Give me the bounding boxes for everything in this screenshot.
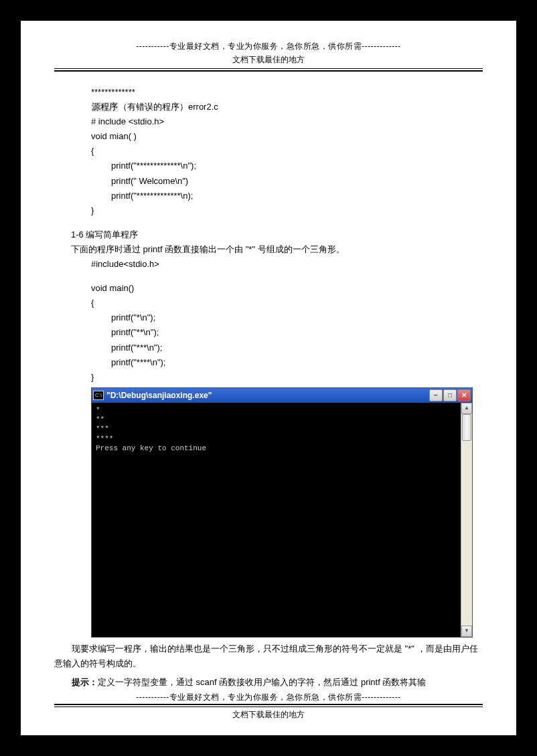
hint-text: 定义一字符型变量，通过 scanf 函数接收用户输入的字符，然后通过 print… (98, 677, 426, 687)
cmd-icon: C:\ (93, 391, 104, 400)
window-buttons: − □ ✕ (429, 389, 471, 401)
document-page: -----------专业最好文档，专业为你服务，急你所急，供你所需------… (20, 20, 517, 736)
scroll-up-arrow[interactable]: ▲ (461, 403, 472, 414)
footer-banner: -----------专业最好文档，专业为你服务，急你所急，供你所需------… (54, 692, 483, 703)
command-window: C:\ "D:\Debug\sanjiaoxing.exe" − □ ✕ * *… (91, 387, 473, 638)
code-line: printf("**\n"); (111, 325, 483, 340)
paragraph-requirement: 现要求编写一程序，输出的结果也是一个三角形，只不过组成三角形的符号不一定就是 "… (54, 642, 483, 671)
section-description: 下面的程序时通过 printf 函数直接输出一个由 "*" 号组成的一个三角形。 (71, 242, 483, 257)
code-line: void main() (91, 281, 483, 296)
maximize-button[interactable]: □ (443, 389, 457, 401)
console-output: * ** *** **** Press any key to continue (92, 403, 461, 637)
divider-line-thick (54, 70, 483, 72)
page-footer: -----------专业最好文档，专业为你服务，急你所急，供你所需------… (54, 692, 483, 722)
label-rest: （有错误的程序）error2.c (119, 102, 218, 112)
code-line: } (91, 203, 483, 218)
code-line: printf("*************\n"); (111, 159, 483, 173)
code-line: printf("*\n"); (111, 310, 483, 325)
code-line: void mian( ) (91, 129, 483, 144)
vertical-scrollbar[interactable]: ▲ ▼ (461, 403, 472, 637)
divider-line (54, 706, 483, 707)
main-content: ************* 源程序（有错误的程序）error2.c # incl… (54, 85, 483, 690)
section-number: 1-6 编写简单程序 (71, 227, 483, 242)
header-banner: -----------专业最好文档，专业为你服务，急你所急，供你所需------… (54, 41, 483, 52)
code-line: { (91, 296, 483, 310)
divider-line-thick (54, 704, 483, 705)
code-label-line: 源程序（有错误的程序）error2.c (91, 100, 483, 114)
console-body: * ** *** **** Press any key to continue … (92, 403, 472, 637)
code-stars: ************* (91, 85, 483, 100)
code-line: # include <stdio.h> (91, 114, 483, 129)
code-line: #include<stdio.h> (91, 257, 483, 272)
close-button[interactable]: ✕ (457, 389, 471, 401)
spacer (54, 272, 483, 281)
code-line: { (91, 144, 483, 159)
window-title: "D:\Debug\sanjiaoxing.exe" (106, 389, 429, 402)
divider-line (54, 68, 483, 69)
para-text: 现要求编写一程序，输出的结果也是一个三角形，只不过组成三角形的符号不一定就是 "… (54, 644, 478, 668)
spacer (54, 218, 483, 227)
footer-subtitle: 文档下载最佳的地方 (54, 709, 483, 722)
code-line: printf("***\n"); (111, 341, 483, 355)
code-line: printf("*************\n); (111, 189, 483, 203)
header-subtitle: 文档下载最佳的地方 (54, 54, 483, 67)
code-line: printf(" Welcome\n") (111, 174, 483, 189)
window-titlebar[interactable]: C:\ "D:\Debug\sanjiaoxing.exe" − □ ✕ (92, 388, 472, 403)
highlighted-label: 源程序 (91, 102, 119, 112)
paragraph-hint: 提示：定义一字符型变量，通过 scanf 函数接收用户输入的字符，然后通过 pr… (54, 675, 483, 690)
hint-label: 提示： (72, 677, 98, 687)
scroll-thumb[interactable] (462, 414, 471, 441)
code-line: printf("****\n"); (111, 355, 483, 370)
minimize-button[interactable]: − (429, 389, 443, 401)
scroll-down-arrow[interactable]: ▼ (461, 626, 472, 637)
code-line: } (91, 370, 483, 385)
